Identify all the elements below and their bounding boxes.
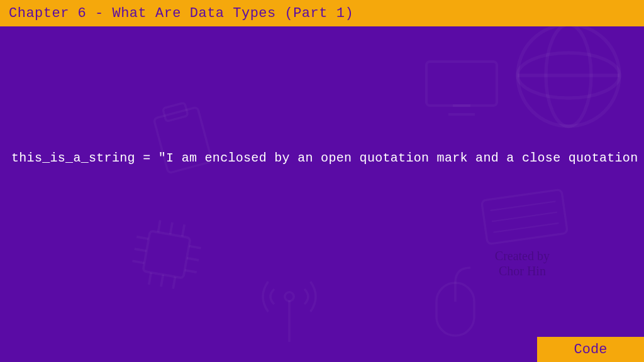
- monitor-icon: [418, 50, 506, 126]
- footer-tag: Code: [537, 337, 644, 362]
- code-block: this_is_a_string = "I am enclosed by an …: [11, 151, 633, 165]
- svg-line-16: [158, 220, 160, 232]
- svg-line-27: [491, 201, 556, 211]
- svg-rect-26: [482, 189, 568, 244]
- svg-line-29: [493, 223, 558, 233]
- svg-line-14: [187, 258, 199, 260]
- code-line: this_is_a_string = "I am enclosed by an …: [11, 151, 633, 165]
- svg-line-28: [492, 212, 557, 222]
- credit-text: Created by Chor Hin: [495, 248, 550, 278]
- svg-line-10: [136, 237, 148, 239]
- svg-line-19: [149, 273, 151, 285]
- svg-line-21: [173, 277, 175, 288]
- chip-icon: [119, 207, 214, 302]
- keyboard-icon: [477, 183, 572, 251]
- svg-rect-9: [143, 231, 190, 278]
- mouse-icon: [424, 264, 487, 339]
- antenna-icon: [252, 270, 327, 346]
- svg-point-0: [518, 25, 619, 126]
- svg-rect-24: [436, 283, 474, 336]
- chapter-title: Chapter 6 - What Are Data Types (Part 1): [9, 6, 353, 21]
- credit-line1: Created by: [495, 248, 550, 263]
- svg-line-20: [161, 275, 163, 287]
- svg-point-23: [285, 292, 294, 301]
- svg-line-17: [170, 222, 172, 234]
- svg-line-13: [189, 246, 201, 248]
- globe-icon: [512, 19, 625, 132]
- svg-point-1: [518, 53, 619, 98]
- credit-line2: Chor Hin: [495, 263, 550, 278]
- footer-label: Code: [574, 342, 608, 358]
- svg-rect-4: [426, 62, 497, 106]
- svg-line-15: [185, 270, 197, 272]
- svg-line-18: [182, 224, 184, 236]
- svg-point-2: [546, 25, 591, 126]
- clipboard-icon: [136, 92, 229, 185]
- header-bar: Chapter 6 - What Are Data Types (Part 1): [0, 0, 644, 26]
- svg-line-12: [132, 261, 144, 263]
- svg-line-11: [135, 249, 147, 251]
- svg-rect-8: [163, 102, 188, 121]
